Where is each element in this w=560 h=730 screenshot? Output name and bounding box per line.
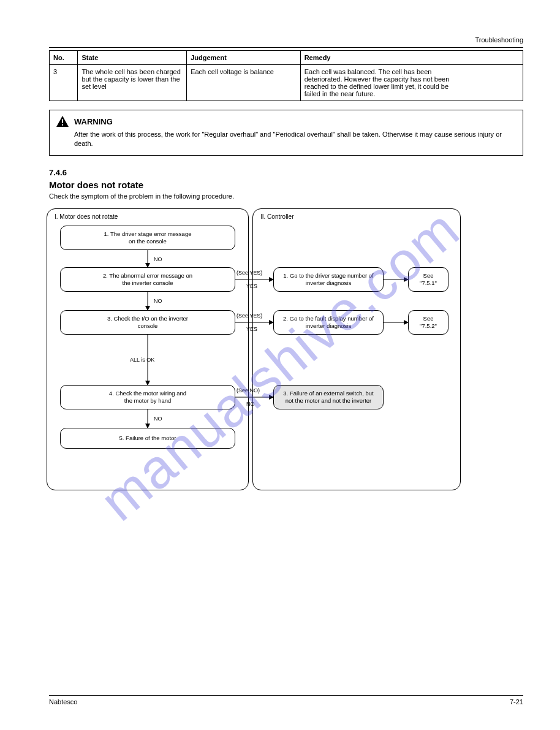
section-number: 7.4.6 — [49, 168, 523, 177]
node-r2r-l1: See — [412, 315, 444, 322]
troubleshooting-table: No. State Judgement Remedy 3 The whole c… — [49, 50, 523, 101]
node-r3-l1: 3. Failure of an external switch, but — [278, 390, 379, 397]
node-r1: 1. Go to the driver stage number of inve… — [273, 267, 384, 292]
td-remedy: Each cell was balanced. The cell has bee… — [300, 65, 523, 101]
node-l3-l1: 3. Check the I/O on the inverter — [64, 315, 231, 322]
warning-box: WARNING After the work of this process, … — [49, 110, 523, 156]
node-l1-l2: on the console — [64, 238, 231, 245]
header-rule — [49, 47, 523, 48]
panel-left-label: I. Motor does not rotate — [55, 213, 118, 220]
node-r3-l2: not the motor and not the inverter — [278, 397, 379, 405]
node-l4-l2: the motor by hand — [64, 397, 231, 405]
th-judgement: Judgement — [187, 51, 301, 65]
warning-label: WARNING — [74, 117, 113, 126]
state-l2: but the capacity is lower than the — [81, 75, 180, 83]
node-r1r-l2: "7.5.1" — [412, 279, 444, 287]
node-l2: 2. The abnormal error message on the inv… — [60, 267, 235, 292]
rem-l4: failed in the near future. — [305, 90, 376, 97]
node-r2-l2: inverter diagnosis — [278, 322, 379, 330]
page-header-title: Troubleshooting — [49, 36, 523, 44]
node-l4-l1: 4. Check the motor wiring and — [64, 390, 231, 397]
footer-left: Nabtesco — [49, 698, 77, 705]
section-title: Motor does not rotate — [49, 180, 523, 190]
node-r2r-l2: "7.5.2" — [412, 322, 444, 330]
node-r2: 2. Go to the fault display number of inv… — [273, 310, 384, 335]
state-l1: The whole cell has been charged — [81, 68, 180, 75]
section-subtitle: Check the symptom of the problem in the … — [49, 192, 523, 200]
node-r1r: See "7.5.1" — [408, 267, 448, 292]
node-r1-l2: inverter diagnosis — [278, 279, 379, 287]
warning-icon — [56, 115, 69, 127]
node-r1-l1: 1. Go to the driver stage number of — [278, 272, 379, 279]
flowchart: I. Motor does not rotate II. Controller … — [47, 208, 469, 503]
node-l2-l1: 2. The abnormal error message on — [64, 272, 231, 279]
node-l3: 3. Check the I/O on the inverter console — [60, 310, 235, 335]
rem-l1: Each cell was balanced. The cell has bee… — [305, 68, 432, 75]
th-no: No. — [50, 51, 78, 65]
node-r2-l1: 2. Go to the fault display number of — [278, 315, 379, 322]
node-r2r: See "7.5.2" — [408, 310, 448, 335]
node-l5-l1: 5. Failure of the motor — [64, 435, 231, 442]
node-l5: 5. Failure of the motor — [60, 428, 235, 449]
th-state: State — [78, 51, 187, 65]
node-l1: 1. The driver stage error message on the… — [60, 226, 235, 250]
node-l4: 4. Check the motor wiring and the motor … — [60, 385, 235, 409]
panel-right-label: II. Controller — [260, 213, 293, 220]
node-r1r-l1: See — [412, 272, 444, 279]
judge-l1: Each cell voltage is balance — [191, 68, 274, 75]
node-l1-l1: 1. The driver stage error message — [64, 230, 231, 238]
footer-rule — [49, 695, 523, 696]
panel-right: II. Controller — [252, 208, 461, 490]
node-l3-l2: console — [64, 322, 231, 330]
warning-text: After the work of this process, the work… — [56, 130, 516, 149]
node-l2-l2: the inverter console — [64, 279, 231, 287]
svg-rect-1 — [62, 119, 63, 123]
footer-right: 7-21 — [510, 698, 523, 705]
page-footer: Nabtesco 7-21 — [49, 695, 523, 705]
td-state: The whole cell has been charged but the … — [78, 65, 187, 101]
state-l3: set level — [81, 83, 106, 90]
node-r3: 3. Failure of an external switch, but no… — [273, 385, 384, 409]
svg-rect-2 — [62, 124, 63, 126]
rem-l3: reached to the defined lower limit yet, … — [305, 83, 448, 90]
td-no: 3 — [50, 65, 78, 101]
rem-l2: deteriorated. However the capacity has n… — [305, 75, 450, 83]
td-judgement: Each cell voltage is balance — [187, 65, 301, 101]
th-remedy: Remedy — [300, 51, 523, 65]
